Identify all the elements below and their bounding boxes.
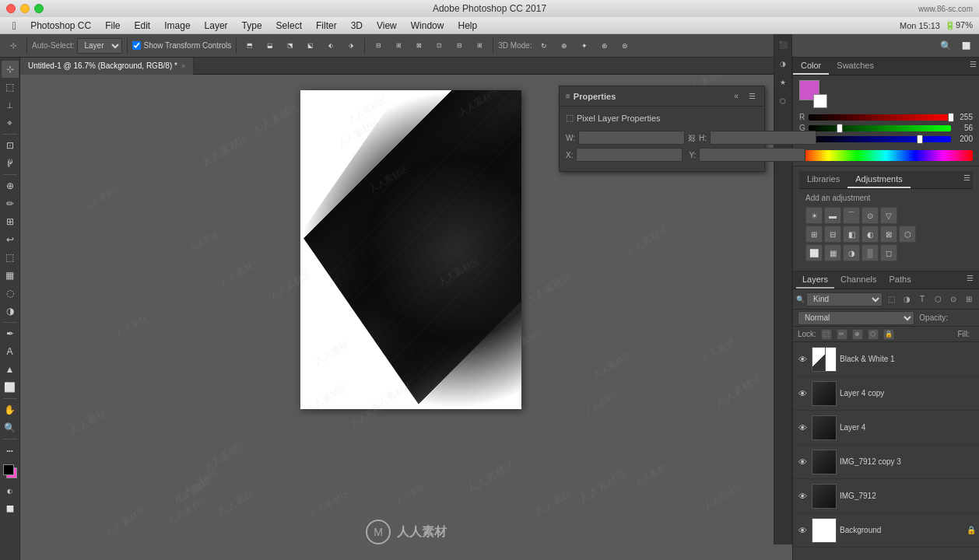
properties-expand-button[interactable]: « [730,90,742,103]
dodge-tool[interactable]: ◑ [2,303,19,320]
blue-thumb[interactable] [917,135,923,144]
levels-icon[interactable]: ▬ [824,207,841,224]
3d-rotate-button[interactable]: ↻ [535,37,553,54]
lock-pixels-icon[interactable]: ✏ [837,329,847,340]
align-vcenter-button[interactable]: ⬓ [261,37,279,54]
extra-tools[interactable]: ••• [2,442,19,459]
menu-select[interactable]: Select [270,19,308,33]
layer-row-img3[interactable]: 👁 IMG_7912 copy 3 [793,445,979,479]
menu-filter[interactable]: Filter [310,19,343,33]
selective-color-icon[interactable]: ◻ [880,244,897,261]
layer-row-img[interactable]: 👁 IMG_7912 [793,479,979,513]
tab-color[interactable]: Color [793,58,829,75]
menu-file[interactable]: File [99,19,126,33]
menu-view[interactable]: View [370,19,403,33]
foreground-color[interactable] [3,464,14,475]
align-top-button[interactable]: ⬒ [241,37,258,54]
brightness-contrast-icon[interactable]: ☀ [805,207,823,224]
align-hcenter-button[interactable]: ⬖ [322,37,339,54]
lasso-tool[interactable]: ⟂ [2,96,19,114]
menu-photoshop[interactable]: Photoshop CC [24,19,97,33]
layers-panel-menu[interactable]: ☰ [963,271,976,284]
dist-top-button[interactable]: ⊠ [410,37,427,54]
crop-tool[interactable]: ⊡ [2,137,19,154]
marquee-tool[interactable]: ⬚ [2,79,19,96]
color-panel-menu[interactable]: ☰ [967,58,979,70]
gradient-tool[interactable]: ▦ [2,267,19,284]
type-layer-filter[interactable]: T [915,292,929,306]
posterize-icon[interactable]: ▦ [824,244,841,261]
height-input[interactable] [710,131,816,145]
photo-filter-icon[interactable]: ◐ [861,226,879,243]
link-proportions-icon[interactable]: ⛓ [688,131,696,144]
threshold-icon[interactable]: ◑ [843,244,860,261]
3d-scale-button[interactable]: ⊜ [616,37,633,54]
lock-position-icon[interactable]: ⊕ [852,329,863,340]
3d-pan-button[interactable]: ✦ [576,37,593,54]
blur-tool[interactable]: ◌ [2,285,19,302]
healing-tool[interactable]: ⊕ [2,177,19,194]
menu-window[interactable]: Window [405,19,451,33]
gradient-map-icon[interactable]: ▒ [861,244,879,261]
layer-row-4copy[interactable]: 👁 Layer 4 copy [793,376,979,411]
align-bottom-button[interactable]: ⬔ [282,37,299,54]
layer-filter-select[interactable]: Kind Name Effect Mode Attribute Color [806,292,883,306]
green-slider[interactable] [809,125,951,131]
dist-left-button[interactable]: ⊡ [430,37,447,54]
properties-menu-button[interactable]: ☰ [746,90,758,103]
align-right-button[interactable]: ⬗ [342,37,360,54]
quick-mask-button[interactable]: ◐ [2,482,19,499]
color-balance-icon[interactable]: ⊟ [824,226,841,243]
search-ps-button[interactable]: 🔍 [937,37,954,54]
lock-transparent-icon[interactable]: ⬚ [821,329,832,340]
lock-all-icon[interactable]: 🔒 [883,329,894,340]
tab-swatches[interactable]: Swatches [829,58,882,75]
layer-eye-4[interactable]: 👁 [796,422,809,434]
curves-icon[interactable]: ⌒ [843,207,860,224]
3d-panel-icon[interactable]: ⬡ [775,93,791,109]
invert-icon[interactable]: ⬜ [805,244,823,261]
layer-eye-4copy[interactable]: 👁 [796,387,809,400]
y-input[interactable] [699,148,805,162]
layer-row-bg[interactable]: 👁 Background 🔒 [793,513,979,548]
filter-toggle[interactable]: ⊞ [962,292,976,306]
menu-3d[interactable]: 3D [345,19,369,33]
layer-eye-bg[interactable]: 👁 [796,524,809,537]
auto-select-dropdown[interactable]: Layer Group [77,38,122,54]
screen-mode-button[interactable]: ⬜ [2,500,19,517]
zoom-tool[interactable]: 🔍 [2,419,19,436]
red-thumb[interactable] [948,113,954,122]
path-select-tool[interactable]: ▲ [2,361,19,378]
green-thumb[interactable] [837,124,843,133]
canvas-tab-close[interactable]: × [181,62,185,70]
layer-row-bw1[interactable]: 👁 Black & White 1 [793,342,979,376]
blend-mode-select[interactable]: Normal Multiply Screen Overlay [798,311,914,325]
lock-artboard-icon[interactable]: ⬡ [868,329,879,340]
exposure-icon[interactable]: ⊙ [861,207,879,224]
dist-h-button[interactable]: ⊞ [390,37,407,54]
align-left-button[interactable]: ⬕ [302,37,319,54]
blue-slider[interactable] [809,136,951,142]
magic-wand-tool[interactable]: ⌖ [2,114,19,131]
minimize-button[interactable] [20,4,30,13]
maximize-button[interactable] [34,4,44,13]
tab-channels[interactable]: Channels [834,271,883,289]
hand-tool[interactable]: ✋ [2,401,19,418]
layer-eye-img[interactable]: 👁 [796,490,809,502]
color-spectrum[interactable] [799,150,973,161]
x-input[interactable] [576,148,682,162]
menu-edit[interactable]: Edit [128,19,157,33]
pen-tool[interactable]: ✒ [2,325,19,342]
3d-slide-button[interactable]: ⊛ [596,37,613,54]
layer-row-4[interactable]: 👁 Layer 4 [793,411,979,445]
foreground-background-colors[interactable] [2,463,19,480]
history-brush-tool[interactable]: ↩ [2,231,19,248]
shape-tool[interactable]: ⬜ [2,379,19,396]
width-input[interactable] [578,131,685,145]
color-panel-icon[interactable]: ⬛ [775,37,791,53]
smart-filter[interactable]: ⊙ [946,292,960,306]
pixel-layer-filter[interactable]: ⬚ [884,292,898,306]
tab-adjustments[interactable]: Adjustments [847,171,911,188]
dist-bottom-button[interactable]: ⊟ [451,37,468,54]
adj-panel-menu[interactable]: ☰ [960,171,973,184]
